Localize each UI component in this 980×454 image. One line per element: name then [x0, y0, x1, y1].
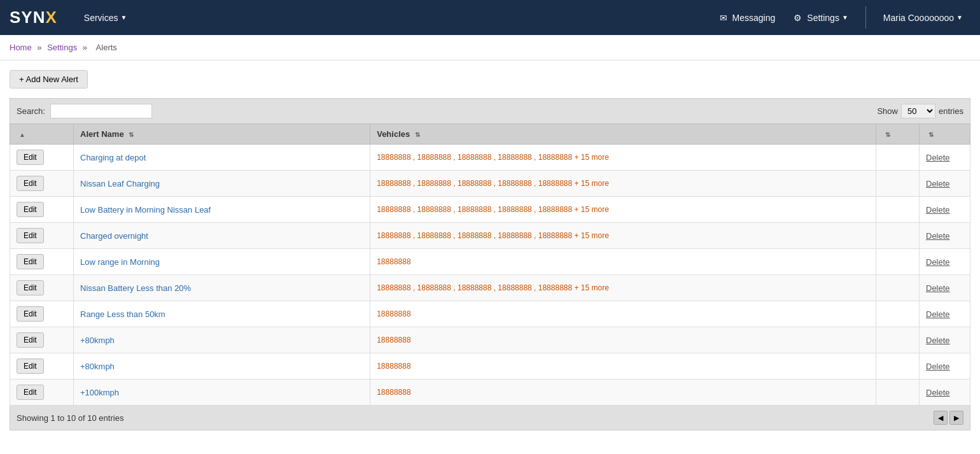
table-toolbar: Search: Show 50 10 25 100 entries	[10, 98, 970, 124]
delete-cell: Delete	[920, 275, 970, 301]
alert-name-link[interactable]: Low Battery in Morning Nissan Leaf	[80, 205, 211, 215]
alert-name-link[interactable]: Nissan Battery Less than 20%	[80, 283, 191, 293]
vehicles-cell: 18888888 , 18888888 , 18888888 , 1888888…	[370, 145, 876, 171]
header-right: ✉ Messaging ⚙ Settings ▼ Maria Coooooooo…	[712, 6, 970, 29]
chevron-down-icon: ▼	[956, 14, 963, 21]
showing-text: Showing 1 to 10 of 10 entries	[17, 413, 123, 423]
alert-name-link[interactable]: +100kmph	[80, 388, 119, 397]
alert-name-link[interactable]: Charging at depot	[80, 153, 146, 162]
search-input[interactable]	[50, 104, 152, 118]
col-header-delete: ⇅	[920, 124, 970, 145]
breadcrumb-home[interactable]: Home	[10, 43, 32, 52]
next-page-button[interactable]: ▶	[949, 411, 963, 425]
edit-button[interactable]: Edit	[17, 280, 44, 295]
alert-name-link[interactable]: Low range in Morning	[80, 257, 160, 267]
vehicles-cell: 18888888	[370, 327, 876, 353]
sort-arrow-icon: ⇅	[885, 131, 890, 138]
alert-name-cell: +80kmph	[74, 353, 370, 380]
edit-cell: Edit	[10, 327, 74, 353]
delete-link[interactable]: Delete	[926, 257, 950, 267]
search-container: Search:	[17, 104, 152, 118]
edit-button[interactable]: Edit	[17, 202, 44, 217]
search-label: Search:	[17, 106, 45, 116]
breadcrumb-settings[interactable]: Settings	[47, 43, 77, 52]
sort-arrow-icon: ⇅	[415, 131, 420, 138]
delete-cell: Delete	[920, 380, 970, 406]
alert-name-link[interactable]: +80kmph	[80, 362, 115, 371]
nav-user[interactable]: Maria Coooooooo ▼	[876, 13, 970, 23]
delete-link[interactable]: Delete	[926, 179, 950, 188]
alert-name-link[interactable]: Charged overnight	[80, 231, 148, 241]
edit-button[interactable]: Edit	[17, 150, 44, 165]
entries-label: entries	[939, 106, 963, 116]
nav-messaging[interactable]: ✉ Messaging	[712, 13, 783, 23]
alert-name-cell: +80kmph	[74, 327, 370, 353]
delete-cell: Delete	[920, 327, 970, 353]
alert-name-cell: Charging at depot	[74, 145, 370, 171]
col-header-extra[interactable]: ⇅	[876, 124, 919, 145]
vehicles-cell: 18888888	[370, 301, 876, 327]
edit-button[interactable]: Edit	[17, 254, 44, 269]
alert-name-link[interactable]: +80kmph	[80, 336, 115, 345]
alerts-table: ▲ Alert Name ⇅ Vehicles ⇅ ⇅ ⇅	[10, 124, 970, 406]
mail-icon: ✉	[720, 13, 727, 23]
alert-name-link[interactable]: Range Less than 50km	[80, 309, 165, 319]
delete-cell: Delete	[920, 249, 970, 275]
delete-link[interactable]: Delete	[926, 283, 950, 293]
edit-button[interactable]: Edit	[17, 176, 44, 191]
main-content: + Add New Alert Search: Show 50 10 25 10…	[0, 60, 980, 454]
extra-cell	[876, 249, 919, 275]
edit-button[interactable]: Edit	[17, 332, 44, 348]
extra-cell	[876, 380, 919, 406]
delete-link[interactable]: Delete	[926, 205, 950, 215]
delete-link[interactable]: Delete	[926, 153, 950, 162]
edit-button[interactable]: Edit	[17, 228, 44, 243]
breadcrumb-separator: »	[37, 43, 44, 52]
col-label-alert-name: Alert Name	[80, 129, 124, 139]
table-row: Edit Low range in Morning 18888888 Delet…	[10, 249, 970, 275]
edit-button[interactable]: Edit	[17, 358, 44, 374]
header: SYNX Services ▼ ✉ Messaging ⚙ Settings ▼…	[0, 0, 980, 35]
table-row: Edit Charging at depot 18888888 , 188888…	[10, 145, 970, 171]
alert-name-cell: Range Less than 50km	[74, 301, 370, 327]
edit-cell: Edit	[10, 301, 74, 327]
edit-cell: Edit	[10, 380, 74, 406]
edit-button[interactable]: Edit	[17, 306, 44, 322]
table-row: Edit +100kmph 18888888 Delete	[10, 380, 970, 406]
breadcrumb-current: Alerts	[96, 43, 117, 52]
alert-name-cell: Nissan Battery Less than 20%	[74, 275, 370, 301]
delete-link[interactable]: Delete	[926, 362, 950, 371]
add-new-alert-button[interactable]: + Add New Alert	[10, 70, 88, 89]
delete-cell: Delete	[920, 223, 970, 249]
sort-arrow-icon: ⇅	[129, 131, 134, 138]
delete-link[interactable]: Delete	[926, 309, 950, 319]
delete-link[interactable]: Delete	[926, 388, 950, 397]
alert-name-link[interactable]: Nissan Leaf Charging	[80, 179, 160, 188]
breadcrumb-separator: »	[83, 43, 90, 52]
sort-arrow-icon: ⇅	[928, 131, 934, 138]
extra-cell	[876, 301, 919, 327]
vehicles-cell: 18888888 , 18888888 , 18888888 , 1888888…	[370, 223, 876, 249]
table-row: Edit Low Battery in Morning Nissan Leaf …	[10, 197, 970, 223]
edit-cell: Edit	[10, 353, 74, 380]
col-header-alert-name[interactable]: Alert Name ⇅	[74, 124, 370, 145]
delete-link[interactable]: Delete	[926, 336, 950, 345]
pagination: ◀ ▶	[934, 411, 963, 425]
delete-link[interactable]: Delete	[926, 231, 950, 241]
table-row: Edit Charged overnight 18888888 , 188888…	[10, 223, 970, 249]
nav-settings[interactable]: ⚙ Settings ▼	[786, 13, 856, 23]
prev-page-button[interactable]: ◀	[934, 411, 948, 425]
nav-services[interactable]: Services ▼	[76, 13, 135, 23]
extra-cell	[876, 275, 919, 301]
edit-cell: Edit	[10, 171, 74, 197]
vehicles-cell: 18888888	[370, 353, 876, 380]
table-row: Edit +80kmph 18888888 Delete	[10, 353, 970, 380]
entries-select[interactable]: 50 10 25 100	[901, 104, 935, 118]
col-header-actions[interactable]: ▲	[10, 124, 74, 145]
table-row: Edit Range Less than 50km 18888888 Delet…	[10, 301, 970, 327]
alert-name-cell: Charged overnight	[74, 223, 370, 249]
edit-button[interactable]: Edit	[17, 385, 44, 400]
alert-name-cell: +100kmph	[74, 380, 370, 406]
col-header-vehicles[interactable]: Vehicles ⇅	[370, 124, 876, 145]
vehicles-cell: 18888888	[370, 380, 876, 406]
